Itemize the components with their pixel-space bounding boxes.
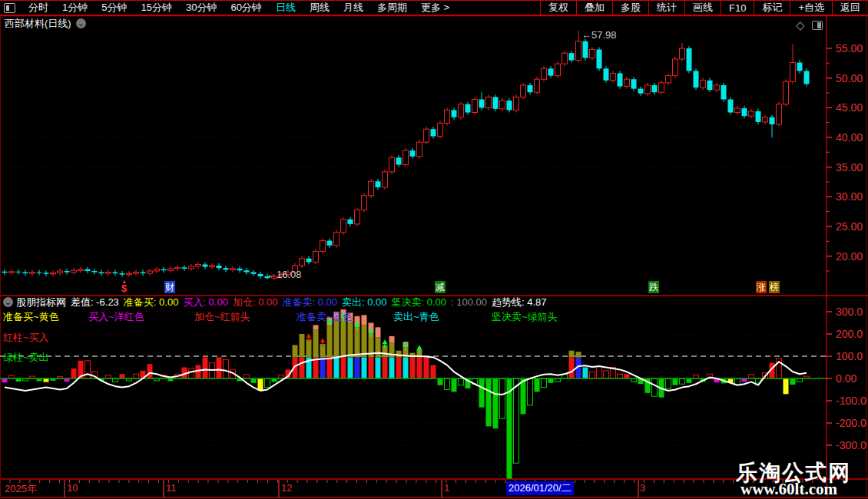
- time-label-0: 2025年: [5, 482, 37, 496]
- event-marker-2: 跌: [648, 281, 659, 293]
- split-window-icon[interactable]: [812, 21, 823, 30]
- time-label-3: 12: [281, 482, 292, 494]
- indicator-field-4: 准备卖: 0.00: [282, 296, 337, 309]
- legend-item-4: 卖出~青色: [393, 310, 439, 324]
- svg-text:20.00: 20.00: [836, 250, 863, 263]
- legend-item-1: 买入~洋红色: [88, 310, 144, 324]
- legend-item-2: 加仓~红箭头: [194, 310, 250, 324]
- legend-item-5: 坚决卖~绿箭头: [492, 310, 558, 324]
- diamond-tool-icon[interactable]: ◇: [796, 18, 805, 32]
- legend-green-bar: 绿柱~卖出: [3, 351, 49, 365]
- event-marker-0: 财: [164, 281, 175, 293]
- indicator-field-2: 买入: 0.00: [183, 296, 228, 309]
- svg-text:200.0: 200.0: [836, 328, 863, 340]
- event-marker-1: 减: [435, 281, 446, 293]
- time-label-2: 11: [166, 482, 177, 494]
- svg-text:35.00: 35.00: [836, 161, 863, 173]
- svg-text:300.0: 300.0: [836, 306, 863, 318]
- legend-item-0: 准备买~黄色: [3, 310, 59, 324]
- indicator-field-6: 坚决卖: 0.00: [392, 296, 447, 309]
- indicator-field-1: 准备买: 0.00: [124, 296, 179, 309]
- event-marker-3: 涨: [756, 281, 767, 293]
- signal-marker-dollar: ▲ $: [121, 278, 127, 292]
- svg-text:-200.0: -200.0: [836, 417, 866, 429]
- indicator-name[interactable]: 股朋指标网: [16, 296, 66, 309]
- svg-text:40.00: 40.00: [836, 131, 863, 144]
- svg-text:55.00: 55.00: [836, 42, 863, 55]
- event-marker-4: 榜: [769, 281, 780, 293]
- trading-terminal: 分时1分钟5分钟15分钟30分钟60分钟日线周线月线多周期更多 > 复权叠加多股…: [0, 0, 868, 499]
- indicator-field-5: 卖出: 0.00: [342, 296, 387, 309]
- svg-text:-300.0: -300.0: [836, 439, 866, 451]
- chart-canvas: 55.0050.0045.0040.0035.0030.0025.0020.00…: [0, 0, 868, 499]
- svg-text:45.00: 45.00: [836, 101, 863, 114]
- indicator-header: ⌄ 股朋指标网 差值: -6.23准备买: 0.00买入: 0.00加仓: 0.…: [0, 296, 552, 308]
- indicator-field-3: 加仓: 0.00: [233, 296, 278, 309]
- svg-text:0.00: 0.00: [836, 372, 856, 385]
- time-label-6: 3: [640, 482, 645, 494]
- svg-text:25.00: 25.00: [836, 220, 863, 233]
- legend-red-bar: 红柱~买入: [3, 331, 49, 345]
- svg-text:50.00: 50.00: [836, 72, 863, 84]
- svg-text:30.00: 30.00: [836, 190, 863, 203]
- low-price-callout: ←16.08: [267, 269, 302, 280]
- time-label-1: 10: [67, 482, 78, 494]
- svg-text:-100.0: -100.0: [836, 395, 866, 407]
- selected-date-label: 2026/01/20/二: [506, 481, 574, 495]
- indicator-field-7: : 100.00: [451, 296, 487, 308]
- high-price-callout: ←57.98: [581, 29, 617, 41]
- legend-item-3: 准备卖~蓝色: [297, 310, 353, 324]
- chevron-down-icon[interactable]: ⌄: [3, 297, 13, 307]
- time-label-4: 1: [444, 482, 449, 494]
- watermark-site-url: www.60lt.com: [740, 480, 837, 499]
- indicator-field-0: 差值: -6.23: [71, 296, 119, 309]
- svg-text:100.0: 100.0: [836, 350, 863, 362]
- indicator-field-8: 趋势线: 4.87: [492, 296, 547, 309]
